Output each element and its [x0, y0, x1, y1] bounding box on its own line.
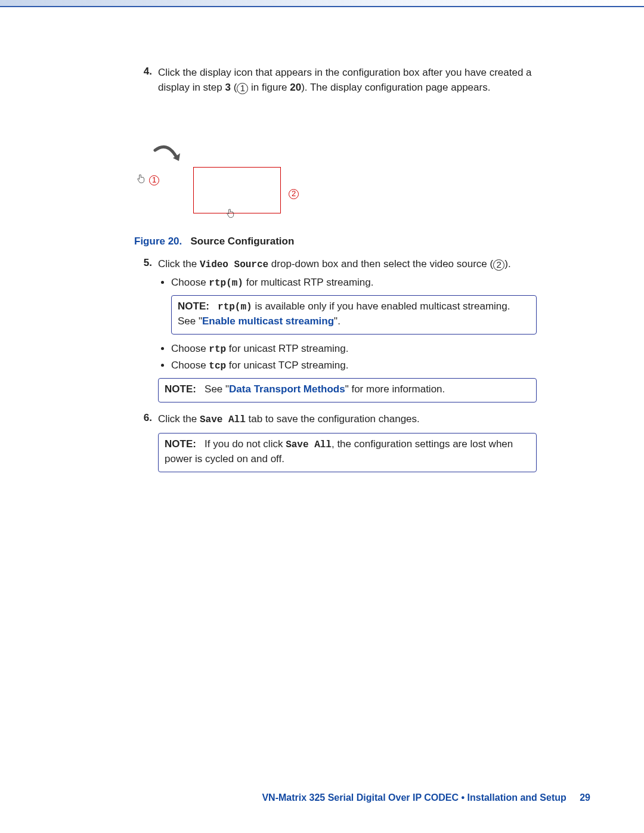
- page-footer: VN-Matrix 325 Serial Digital Over IP COD…: [262, 792, 590, 803]
- curved-arrow-icon: [149, 144, 185, 174]
- header-rule: [0, 6, 644, 7]
- note3-code: Save All: [286, 439, 332, 450]
- b2-code: rtp: [209, 344, 226, 355]
- step-5-bullets-b: Choose rtp for unicast RTP streaming. Ch…: [158, 340, 537, 374]
- circled-2-inline: 2: [493, 259, 504, 271]
- step-6-number: 6.: [131, 412, 158, 478]
- step-5-number: 5.: [131, 257, 158, 408]
- step-4-mid: in figure: [248, 82, 290, 93]
- step-5-bullets: Choose rtp(m) for multicast RTP streamin…: [158, 274, 537, 292]
- step-5: 5. Click the Video Source drop-down box …: [131, 257, 537, 408]
- b1-after: for multicast RTP streaming.: [243, 277, 374, 288]
- note2-before: See ": [205, 383, 229, 395]
- circled-1-inline: 1: [237, 83, 248, 94]
- step-5-text-a: Click the: [158, 258, 200, 270]
- cursor-hand-icon-2: [227, 209, 235, 221]
- note-label-3: NOTE:: [165, 438, 196, 450]
- note1-code: rtp(m): [218, 302, 252, 312]
- note2-link[interactable]: Data Transport Methods: [229, 383, 345, 395]
- bullet-rtpm: Choose rtp(m) for multicast RTP streamin…: [171, 274, 537, 292]
- b1-before: Choose: [171, 277, 209, 288]
- b1-code: rtp(m): [209, 278, 243, 289]
- callout-2: 2: [289, 189, 299, 199]
- note1-link[interactable]: Enable multicast streaming: [202, 315, 334, 327]
- note3-before: If you do not click: [205, 438, 286, 450]
- b3-before: Choose: [171, 360, 209, 371]
- bullet-tcp: Choose tcp for unicast TCP streaming.: [171, 357, 537, 374]
- b2-before: Choose: [171, 343, 209, 354]
- footer-page-number: 29: [580, 792, 590, 803]
- note-rtpm: NOTE: rtp(m) is available only if you ha…: [171, 295, 537, 335]
- step-5-after: ).: [504, 258, 510, 270]
- b2-after: for unicast RTP streaming.: [226, 343, 348, 354]
- step-6-text-b: tab to save the configuration changes.: [246, 413, 420, 425]
- step-6-body: Click the Save All tab to save the confi…: [158, 412, 537, 478]
- footer-title: VN-Matrix 325 Serial Digital Over IP COD…: [262, 792, 566, 803]
- figure-label: Figure 20.: [134, 236, 182, 247]
- step-6: 6. Click the Save All tab to save the co…: [131, 412, 537, 478]
- b3-after: for unicast TCP streaming.: [226, 360, 348, 371]
- bullet-rtp: Choose rtp for unicast RTP streaming.: [171, 340, 537, 358]
- step-6-text-a: Click the: [158, 413, 200, 425]
- step-6-code: Save All: [200, 414, 246, 425]
- note-transport: NOTE: See "Data Transport Methods" for m…: [158, 378, 537, 402]
- step-4-number: 4.: [131, 66, 158, 95]
- step-4-body: Click the display icon that appears in t…: [158, 66, 537, 95]
- note-label-2: NOTE:: [165, 383, 196, 395]
- cursor-hand-icon-1: [137, 174, 145, 186]
- header-gradient: [0, 0, 644, 6]
- step-4-text-b: ). The display configuration page appear…: [301, 82, 490, 93]
- note2-after: " for more information.: [345, 383, 445, 395]
- b3-code: tcp: [209, 361, 226, 371]
- step-5-mid: drop-down box and then select the video …: [268, 258, 493, 270]
- step-4-paren: (: [231, 82, 237, 93]
- note1-after: ".: [334, 315, 340, 327]
- note-save-all: NOTE: If you do not click Save All, the …: [158, 433, 537, 472]
- figure-title: Source Configuration: [191, 236, 295, 247]
- note-label-1: NOTE:: [178, 301, 209, 312]
- step-4-bold-step: 3: [225, 82, 230, 93]
- figure-20-caption: Figure 20. Source Configuration: [134, 236, 537, 247]
- figure-20: 1 2: [131, 106, 537, 231]
- page-content: 4. Click the display icon that appears i…: [131, 66, 537, 482]
- step-5-code-1: Video Source: [200, 259, 268, 270]
- step-4-bold-fig: 20: [290, 82, 301, 93]
- figure-red-box: [193, 167, 281, 213]
- callout-1: 1: [149, 175, 159, 185]
- step-4: 4. Click the display icon that appears i…: [131, 66, 537, 95]
- step-5-body: Click the Video Source drop-down box and…: [158, 257, 537, 408]
